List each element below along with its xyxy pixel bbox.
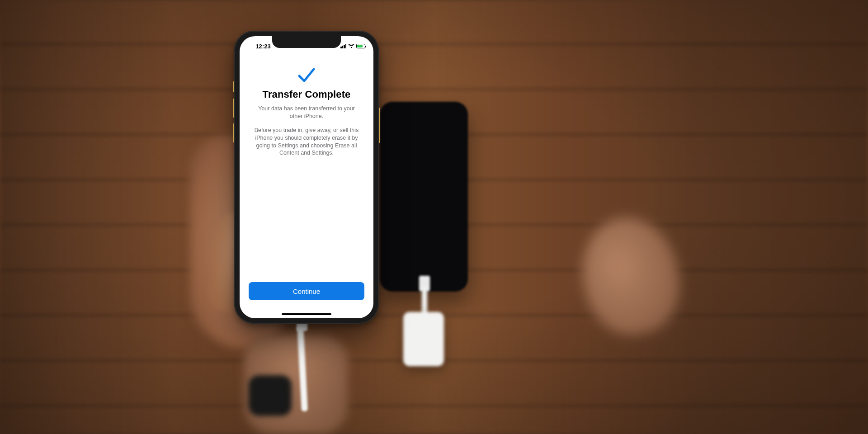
volume-up-button: [233, 99, 234, 118]
secondary-iphone: [380, 102, 468, 292]
subtitle-primary: Your data has been transferred to your o…: [252, 105, 361, 120]
iphone-screen: 12:23 Transfer Complete Your data: [240, 36, 373, 318]
page-title: Transfer Complete: [263, 89, 351, 100]
lightning-adapter: [403, 312, 444, 366]
watch: [249, 375, 292, 416]
footer: Continue: [240, 282, 373, 318]
battery-fill: [357, 45, 363, 47]
cellular-signal-icon: [340, 44, 346, 48]
mute-switch: [233, 81, 234, 92]
display-notch: [272, 36, 341, 48]
wifi-icon: [348, 44, 354, 48]
side-button: [379, 108, 380, 143]
battery-icon: [356, 44, 365, 48]
home-indicator[interactable]: [282, 313, 331, 315]
checkmark-icon: [297, 66, 316, 84]
subtitle-secondary: Before you trade in, give away, or sell …: [252, 127, 361, 157]
volume-down-button: [233, 123, 234, 142]
main-content: Transfer Complete Your data has been tra…: [240, 53, 373, 282]
iphone-device-frame: 12:23 Transfer Complete Your data: [234, 31, 379, 324]
continue-button[interactable]: Continue: [249, 282, 364, 300]
